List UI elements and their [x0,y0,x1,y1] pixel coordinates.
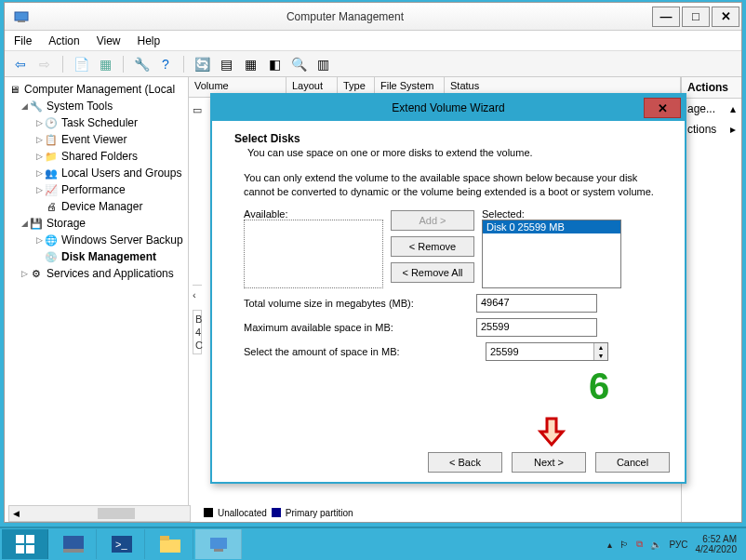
tree-shared-folders[interactable]: ▷📁Shared Folders [7,148,186,165]
show-hide-icon[interactable]: ▦ [95,54,115,74]
spin-up-icon[interactable]: ▲ [594,343,607,352]
misc-icon-3[interactable]: ▥ [313,54,333,74]
tree-root[interactable]: 🖥Computer Management (Local [7,81,186,98]
total-size-label: Total volume size in megabytes (MB): [244,298,476,309]
refresh-icon[interactable]: 🔄 [192,54,212,74]
extend-volume-wizard: Extend Volume Wizard ✕ Select Disks You … [210,93,686,484]
svg-rect-12 [210,538,227,549]
device-icon: 🖨 [44,199,59,214]
dropdown-icon: ▴ [730,102,736,115]
tree-performance[interactable]: ▷📈Performance [7,181,186,198]
svg-rect-7 [63,549,84,553]
max-space-label: Maximum available space in MB: [244,322,476,333]
tree-system-tools[interactable]: ◢🔧System Tools [7,98,186,114]
event-icon: 📋 [44,132,59,147]
tree-storage[interactable]: ◢💾Storage [7,215,186,232]
remove-button[interactable]: < Remove [391,236,474,257]
up-icon[interactable]: 📄 [71,54,91,74]
actions-more[interactable]: ctions▸ [682,119,741,140]
perf-icon: 📈 [44,182,59,197]
back-icon[interactable]: ⇦ [10,54,31,74]
tree-wsb[interactable]: ▷🌐Windows Server Backup [7,232,186,248]
tray-clock[interactable]: 6:52 AM 4/24/2020 [696,534,738,554]
misc-icon-2[interactable]: 🔍 [288,54,309,74]
svg-rect-0 [15,12,28,20]
svg-rect-11 [160,536,169,540]
tree-disk-management[interactable]: 💿Disk Management [7,248,186,265]
services-icon: ⚙ [29,266,44,281]
tree-event-viewer[interactable]: ▷📋Event Viewer [7,131,186,148]
tray-language[interactable]: РУС [669,540,687,550]
add-button[interactable]: Add > [391,210,474,231]
menu-file[interactable]: File [14,34,32,47]
minimize-button[interactable]: — [652,7,680,27]
svg-text:>_: >_ [115,539,127,550]
users-icon: 👥 [44,166,59,180]
system-tray: ▴ 🏳 ⧉ 🔈 РУС 6:52 AM 4/24/2020 [607,534,746,554]
back-button[interactable]: < Back [428,452,502,473]
annotation-step-number: 6 [589,366,609,407]
actions-title: Actions [682,77,741,99]
available-listbox[interactable] [244,220,383,288]
disk-icon: 💿 [44,249,59,264]
taskbar-explorer[interactable] [147,529,193,559]
taskbar-server-manager[interactable] [50,529,97,559]
titlebar: Computer Management — □ ✕ [5,3,741,31]
menu-action[interactable]: Action [48,34,79,47]
tree-local-users[interactable]: ▷👥Local Users and Groups [7,165,186,181]
start-button[interactable] [2,529,48,559]
tray-sound-icon[interactable]: 🔈 [650,540,661,550]
cancel-button[interactable]: Cancel [595,452,670,473]
app-icon [10,6,33,28]
remove-all-button[interactable]: < Remove All [391,262,474,283]
selected-listbox[interactable]: Disk 0 25599 MB [482,220,621,288]
misc-icon-1[interactable]: ◧ [264,54,285,74]
space-input[interactable] [486,343,593,360]
maximize-button[interactable]: □ [682,7,710,27]
storage-icon: 💾 [29,216,44,231]
total-size-value: 49647 [476,294,597,313]
tray-flag-icon[interactable]: 🏳 [619,540,629,550]
spin-down-icon[interactable]: ▼ [594,352,607,360]
actions-manage[interactable]: age...▴ [682,99,741,119]
computer-icon: 🖥 [7,82,21,97]
detail-icon[interactable]: ▦ [240,54,260,74]
toolbar: ⇦ ⇨ 📄 ▦ 🔧 ? 🔄 ▤ ▦ ◧ 🔍 ▥ [5,51,741,77]
svg-rect-2 [16,535,24,543]
help-icon[interactable]: ? [155,54,176,74]
svg-rect-3 [26,535,34,543]
selected-item[interactable]: Disk 0 25599 MB [483,220,620,233]
menu-help[interactable]: Help [138,34,161,47]
tray-network-icon[interactable]: ⧉ [636,539,643,550]
taskbar-compmgmt[interactable] [195,529,242,559]
actions-panel: Actions age...▴ ctions▸ [682,77,741,522]
tree-device-manager[interactable]: 🖨Device Manager [7,198,186,215]
selected-label: Selected: [482,208,621,220]
folder-icon: 📁 [44,149,59,164]
taskbar-powershell[interactable]: >_ [99,529,145,559]
space-spinner[interactable]: ▲▼ [486,342,608,361]
tree-services[interactable]: ▷⚙Services and Applications [7,265,186,282]
window-title: Computer Management [38,10,652,23]
svg-rect-6 [63,536,84,549]
close-button[interactable]: ✕ [712,7,739,27]
svg-rect-13 [214,549,223,552]
list-icon[interactable]: ▤ [216,54,236,74]
arrow-icon: ▸ [730,123,736,136]
available-label: Available: [244,208,383,220]
wizard-titlebar: Extend Volume Wizard ✕ [212,95,685,121]
next-button[interactable]: Next > [512,452,586,473]
taskbar: >_ ▴ 🏳 ⧉ 🔈 РУС 6:52 AM 4/24/2020 [0,527,746,560]
legend: Unallocated Primary partition [196,504,680,521]
wizard-info: You can only extend the volume to the av… [244,171,662,199]
tree-scrollbar[interactable]: ◀ [8,505,191,522]
forward-icon[interactable]: ⇨ [34,54,55,74]
properties-icon[interactable]: 🔧 [131,54,152,74]
wizard-close-button[interactable]: ✕ [644,98,681,118]
clock-icon: 🕑 [44,115,59,130]
tray-arrow-icon[interactable]: ▴ [607,540,612,550]
menu-view[interactable]: View [97,34,121,47]
wizard-subheading: You can use space on one or more disks t… [247,147,662,158]
tree-task-scheduler[interactable]: ▷🕑Task Scheduler [7,114,186,131]
select-space-label: Select the amount of space in MB: [244,346,476,357]
